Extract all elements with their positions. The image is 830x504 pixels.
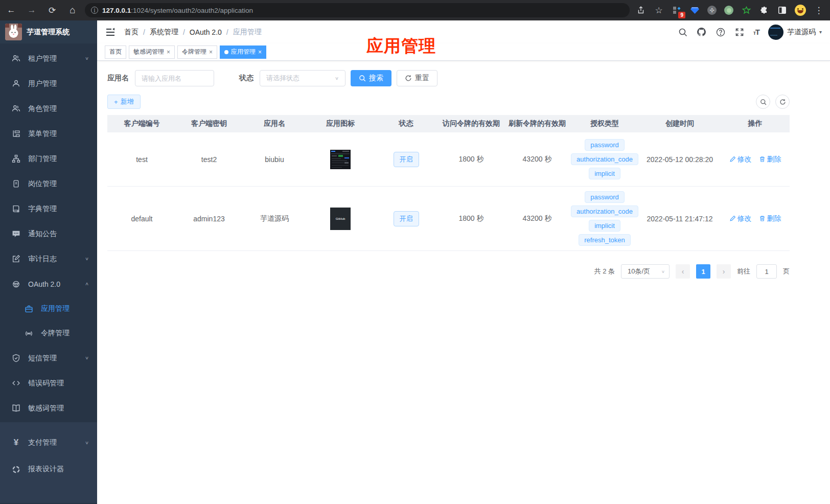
delete-button[interactable]: 删除	[759, 214, 781, 223]
close-icon[interactable]: ×	[258, 49, 262, 56]
trash-icon	[759, 215, 766, 222]
edit-button[interactable]: 修改	[729, 155, 752, 164]
fullscreen-icon[interactable]	[734, 27, 745, 37]
sidebar-collapse-icon[interactable]	[105, 27, 116, 37]
sidebar-item-payment[interactable]: ¥ 支付管理 ∨	[0, 429, 97, 456]
sidebar-item-audit-log[interactable]: 审计日志 ∨	[0, 246, 97, 271]
add-button[interactable]: + 新增	[107, 95, 141, 109]
breadcrumb-separator: /	[143, 28, 145, 36]
gem-extension-icon[interactable]	[689, 5, 700, 15]
edit-button[interactable]: 修改	[729, 214, 752, 223]
cell-app-name: biubiu	[242, 155, 307, 164]
browser-toolbar: ← → ⟳ ⌂ i 127.0.0.1:1024/system/oauth2/o…	[0, 0, 830, 20]
col-refresh-token-validity: 刷新令牌的有效期	[504, 119, 570, 128]
page-size-select[interactable]: 10条/页 ∨	[621, 264, 670, 279]
browser-menu-icon[interactable]: ⋮	[814, 5, 824, 15]
tab-application-manage[interactable]: 应用管理 ×	[220, 45, 266, 59]
browser-forward-icon[interactable]: →	[27, 5, 37, 15]
sidebar-item-label: OAuth 2.0	[28, 280, 60, 288]
delete-button[interactable]: 删除	[759, 155, 781, 164]
user-menu[interactable]: 芋道源码 ▾	[768, 25, 822, 40]
cell-actions: 修改 删除	[721, 214, 790, 223]
caret-down-icon: ▾	[819, 29, 822, 35]
cell-access-token-validity: 1800 秒	[439, 155, 504, 164]
goto-page-input[interactable]	[756, 264, 777, 279]
green-star-extension-icon[interactable]	[741, 5, 751, 15]
bookmark-star-icon[interactable]: ☆	[654, 5, 664, 15]
sidebar-item-notice[interactable]: 通知公告	[0, 221, 97, 246]
breadcrumb-home[interactable]: 首页	[124, 28, 139, 37]
audit-log-icon	[12, 255, 20, 263]
sidebar-item-oauth2-application[interactable]: 应用管理	[0, 296, 97, 321]
cell-created-at: 2022-05-12 00:28:20	[639, 155, 721, 164]
site-info-icon[interactable]: i	[91, 7, 98, 14]
extension-grid-icon[interactable]: 9	[672, 5, 682, 15]
cell-status: 开启	[374, 211, 439, 226]
help-icon[interactable]	[716, 27, 726, 37]
sidebar-item-label: 角色管理	[28, 104, 57, 113]
breadcrumb-oauth[interactable]: OAuth 2.0	[190, 28, 222, 36]
cell-app-icon: GitHub	[307, 208, 374, 230]
sidebar-item-dict[interactable]: 字典管理	[0, 196, 97, 221]
browser-reload-icon[interactable]: ⟳	[47, 5, 57, 15]
sidebar-item-tenant[interactable]: 租户管理 ∨	[0, 46, 97, 71]
close-icon[interactable]: ×	[209, 49, 213, 56]
search-button[interactable]: 搜索	[351, 70, 391, 86]
gray-circle-extension-icon[interactable]: ✣	[707, 6, 717, 15]
sidebar-item-menu[interactable]: 菜单管理	[0, 121, 97, 146]
tab-token-manage[interactable]: 令牌管理 ×	[177, 45, 217, 59]
grant-type-tag: implicit	[589, 168, 620, 179]
sidebar-item-role[interactable]: 角色管理	[0, 96, 97, 121]
sidebar-item-sms[interactable]: 短信管理 ∨	[0, 346, 97, 371]
app-name-input[interactable]	[135, 70, 214, 86]
refresh-table-button[interactable]	[775, 95, 790, 109]
browser-back-icon[interactable]: ←	[6, 5, 16, 15]
sidebar-item-user[interactable]: 用户管理	[0, 71, 97, 96]
main-panel: 首页 / 系统管理 / OAuth 2.0 / 应用管理 тT	[97, 20, 830, 504]
filter-form: 应用名 状态 请选择状态 ∨ 搜索 重置	[107, 70, 820, 86]
sidebar-item-post[interactable]: 岗位管理	[0, 171, 97, 196]
tab-sensitive-word[interactable]: 敏感词管理 ×	[129, 45, 175, 59]
cell-access-token-validity: 1800 秒	[439, 214, 504, 223]
breadcrumb-separator: /	[183, 28, 185, 36]
font-size-icon[interactable]: тT	[753, 28, 759, 36]
tab-home[interactable]: 首页	[105, 45, 126, 59]
col-client-id: 客户端编号	[107, 119, 176, 128]
token-broadcast-icon	[25, 329, 33, 338]
shield-check-icon	[12, 354, 20, 362]
show-search-toggle-button[interactable]	[756, 95, 770, 109]
side-panel-icon[interactable]	[777, 5, 787, 15]
close-icon[interactable]: ×	[167, 49, 170, 56]
sidebar-item-sensitive-word[interactable]: 敏感词管理	[0, 396, 97, 421]
github-icon[interactable]	[697, 27, 707, 37]
breadcrumb: 首页 / 系统管理 / OAuth 2.0 / 应用管理	[124, 28, 262, 37]
users-icon	[12, 104, 20, 113]
delete-label: 删除	[767, 214, 781, 223]
share-icon[interactable]	[636, 5, 646, 15]
pagination-total: 共 2 条	[594, 267, 615, 276]
reset-button[interactable]: 重置	[397, 70, 437, 86]
sidebar-item-error-code[interactable]: 错误码管理	[0, 371, 97, 396]
sidebar-item-oauth2[interactable]: OAuth 2.0 ∧	[0, 271, 97, 296]
reset-button-label: 重置	[415, 74, 429, 83]
sidebar-item-oauth2-token[interactable]: 令牌管理	[0, 321, 97, 346]
puzzle-extensions-icon[interactable]	[759, 5, 769, 15]
sidebar-item-report-designer[interactable]: 报表设计器	[0, 456, 97, 483]
browser-home-icon[interactable]: ⌂	[67, 5, 78, 15]
app-logo-row[interactable]: 芋道管理系统	[0, 20, 97, 43]
sidebar-item-label: 租户管理	[28, 54, 57, 63]
sidebar-item-dept[interactable]: 部门管理	[0, 146, 97, 171]
prev-page-button[interactable]: ‹	[676, 264, 690, 279]
address-bar[interactable]: i 127.0.0.1:1024/system/oauth2/oauth2/ap…	[85, 3, 630, 17]
breadcrumb-system[interactable]: 系统管理	[150, 28, 178, 37]
status-select[interactable]: 请选择状态 ∨	[260, 70, 345, 86]
search-icon[interactable]	[678, 27, 688, 37]
next-page-button[interactable]: ›	[717, 264, 731, 279]
plus-icon: +	[114, 98, 118, 106]
goto-label: 前往	[737, 267, 750, 276]
current-page-button[interactable]: 1	[696, 264, 710, 279]
badge-icon	[12, 179, 20, 188]
extension-badge: 9	[678, 12, 685, 18]
profile-avatar-icon[interactable]	[795, 5, 806, 16]
green-circle-extension-icon[interactable]	[724, 6, 733, 15]
